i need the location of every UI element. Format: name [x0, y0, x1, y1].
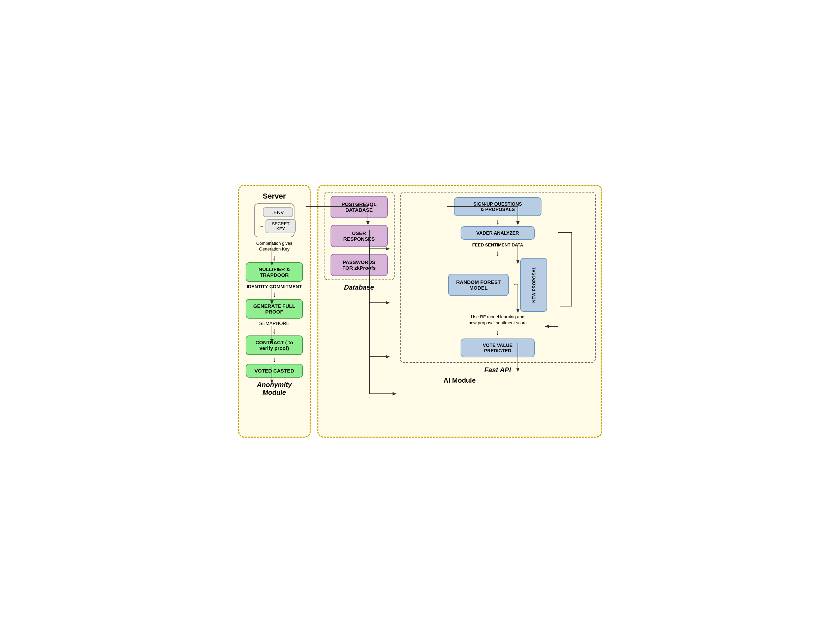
anonymity-module-label: Anonymity Module	[245, 381, 304, 396]
secret-key-row: → SECRET KEY	[260, 219, 296, 233]
fastapi-label: Fast API	[400, 366, 596, 374]
arrow4: ↓	[273, 355, 276, 364]
postgresql-box: POSTGRESQLDATABASE	[331, 196, 388, 218]
database-panel: POSTGRESQLDATABASE USERRESPONSES PASSWOR…	[324, 192, 395, 291]
architecture-diagram: Server .ENV → SECRET KEY Combination giv…	[235, 178, 606, 441]
database-inner: POSTGRESQLDATABASE USERRESPONSES PASSWOR…	[324, 192, 395, 280]
server-title: Server	[263, 192, 286, 200]
semaphore-label: SEMAPHORE	[259, 321, 289, 326]
contract-box: CONTRACT ( toverify proof)	[246, 335, 303, 355]
arrow-to-new-proposal: ←	[513, 281, 519, 288]
nullifier-box: NULLIFIER &TRAPDOOR	[246, 262, 303, 282]
arrow3: ↓	[273, 327, 276, 335]
random-forest-box: RANDOM FORESTMODEL	[448, 274, 509, 296]
ai-flow: SIGN-UP QUESTIONS& PROPOSALS ↓ VADER ANA…	[405, 197, 591, 357]
rf-row: RANDOM FORESTMODEL ← NEW PROPOSAL	[405, 258, 591, 312]
ai-module-label: AI Module	[324, 377, 596, 384]
new-proposal-box: NEW PROPOSAL	[520, 258, 547, 312]
arrow-to-secret: →	[260, 224, 264, 229]
anonymity-module-panel: Server .ENV → SECRET KEY Combination giv…	[238, 185, 311, 438]
secret-key-box: SECRET KEY	[266, 219, 296, 233]
vader-box: VADER ANALYZER	[461, 226, 535, 240]
arrow-rf-vote: ↓	[496, 328, 500, 337]
signup-box: SIGN-UP QUESTIONS& PROPOSALS	[454, 197, 542, 216]
server-section: Server .ENV → SECRET KEY	[245, 192, 304, 237]
arrow-vader-rf: ↓	[496, 249, 500, 257]
combination-text: Combination givesGeneration Key	[245, 241, 304, 252]
use-rf-label: Use RF model learning andnew proposal se…	[469, 314, 527, 326]
passwords-box: PASSWORDSFOR zkProofs	[331, 254, 388, 276]
env-box: .ENV	[263, 207, 293, 217]
arrow-signup-vader: ↓	[496, 217, 500, 226]
vote-value-box: VOTE VALUEPREDICTED	[461, 338, 535, 357]
ai-module-panel: POSTGRESQLDATABASE USERRESPONSES PASSWOR…	[318, 185, 602, 438]
identity-commitment-label: IDENTITY COMMITMENT	[247, 284, 302, 289]
fastapi-inner: SIGN-UP QUESTIONS& PROPOSALS ↓ VADER ANA…	[400, 192, 596, 363]
generate-proof-box: GENERATE FULLPROOF	[246, 299, 303, 318]
server-inner-box: .ENV → SECRET KEY	[254, 203, 294, 237]
voted-casted-box: VOTED CASTED	[246, 364, 303, 378]
user-responses-box: USERRESPONSES	[331, 225, 388, 247]
anon-flow: ↓ NULLIFIER &TRAPDOOR IDENTITY COMMITMEN…	[245, 254, 304, 378]
arrow2: ↓	[273, 290, 276, 299]
arrow1: ↓	[273, 254, 276, 262]
feed-sentiment-label: FEED SENTIMENT DATA	[472, 242, 523, 247]
fastapi-panel: SIGN-UP QUESTIONS& PROPOSALS ↓ VADER ANA…	[400, 192, 596, 374]
database-label: Database	[324, 284, 395, 291]
